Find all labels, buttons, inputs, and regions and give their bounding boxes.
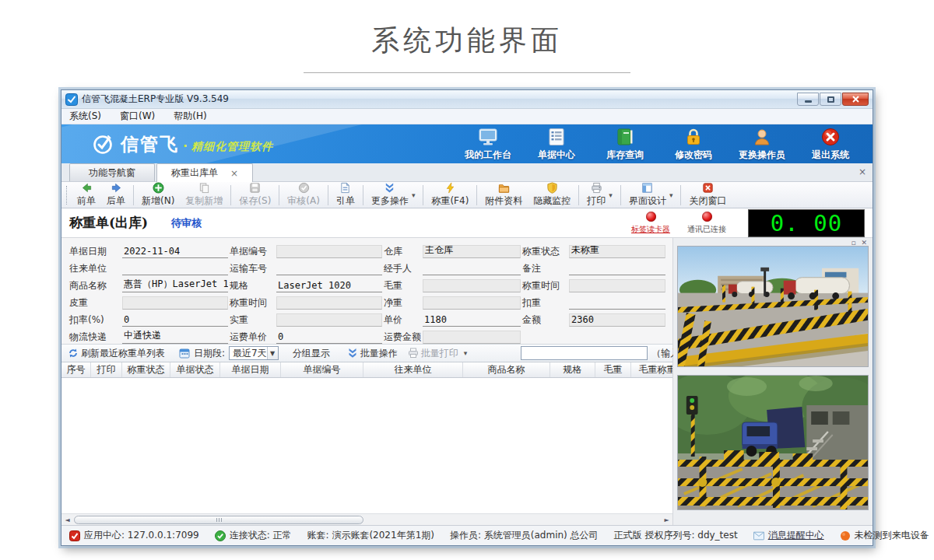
toolbar-button-close-window[interactable]: 关闭窗口 xyxy=(683,181,732,208)
tab-weigh-outbound[interactable]: 称重出库单 × xyxy=(156,163,253,182)
tab-nav-window[interactable]: 功能导航窗 xyxy=(69,163,155,181)
window-titlebar: 信管飞混凝土ERP专业版 V9.3.549 xyxy=(61,90,873,109)
toolbar-button-prev[interactable]: 前单 xyxy=(72,181,101,208)
column-header[interactable]: 毛重称重时间 xyxy=(631,362,672,377)
field-label: 经手人 xyxy=(384,262,421,275)
field-label: 运输车号 xyxy=(230,262,275,275)
quick-action-document-center[interactable]: 单据中心 xyxy=(525,127,588,162)
toolbar-separator xyxy=(680,185,681,205)
toolbar-button-ui-design[interactable]: 界面设计 ▾ xyxy=(623,181,679,208)
toolbar-button-next[interactable]: 后单 xyxy=(101,181,131,208)
batch-print-button[interactable]: 批量打印 ▾ xyxy=(405,346,471,361)
field-label: 商品名称 xyxy=(69,279,121,292)
column-header[interactable]: 毛重 xyxy=(595,362,631,377)
group-display-button[interactable]: 分组显示 xyxy=(290,346,333,361)
field-label: 实重 xyxy=(230,313,275,327)
minimize-button[interactable] xyxy=(797,93,819,106)
field-logistics[interactable]: 中通快递 xyxy=(122,331,228,344)
field-handler[interactable] xyxy=(423,262,521,275)
field-discount-rate[interactable]: 0 xyxy=(122,313,228,327)
content-area: 单据日期 2022-11-04 单据编号 仓库 主仓库 称重状态 未称重 往来单… xyxy=(61,238,873,525)
field-label: 往来单位 xyxy=(69,262,121,275)
toolbar-button-copy-new[interactable]: 复制新增 xyxy=(180,181,228,208)
brand-dot: · xyxy=(183,138,188,153)
toolbar-button-attachments[interactable]: 附件资料 xyxy=(479,181,528,208)
chevron-down-icon[interactable]: ▼ xyxy=(267,347,278,359)
date-range-select[interactable]: 最近7天 ▼ xyxy=(229,346,279,360)
toolbar-button-hide-monitor[interactable]: 隐藏监控 xyxy=(528,181,576,208)
toolbar-button-more-actions[interactable]: 更多操作 ▾ xyxy=(366,181,421,208)
maximize-button[interactable] xyxy=(820,93,841,106)
scroll-right-icon[interactable]: ► xyxy=(661,515,672,525)
dropdown-arrow-icon[interactable]: ▾ xyxy=(669,191,673,199)
quick-action-change-password[interactable]: 修改密码 xyxy=(662,127,725,162)
column-header[interactable]: 打印 xyxy=(91,362,122,377)
batch-operate-button[interactable]: 批量操作 xyxy=(344,346,401,361)
quick-action-exit[interactable]: 退出系统 xyxy=(799,127,862,162)
toolbar-button-reference[interactable]: 引单 xyxy=(331,181,360,208)
field-deduct-weight[interactable] xyxy=(569,296,665,310)
field-label: 单据编号 xyxy=(230,245,275,258)
column-header[interactable]: 单据编号 xyxy=(281,362,363,377)
status-message-center[interactable]: 消息提醒中心 xyxy=(746,529,832,542)
toolbar-button-new[interactable]: 新增(N) xyxy=(136,181,180,208)
toolbar-separator xyxy=(230,185,231,205)
layout-icon xyxy=(641,182,653,194)
toolbar-separator xyxy=(279,185,279,205)
status-bar: 应用中心: 127.0.0.1:7099 连接状态: 正常 账套: 演示账套(2… xyxy=(61,525,873,545)
dropdown-arrow-icon[interactable]: ▾ xyxy=(609,191,613,199)
field-bill-date[interactable]: 2022-11-04 xyxy=(122,245,228,258)
toolbar-button-save[interactable]: 保存(S) xyxy=(234,181,276,208)
brand: 信管飞 · 精细化管理软件 xyxy=(91,132,273,156)
column-header[interactable]: 序号 xyxy=(61,362,91,377)
field-customer[interactable] xyxy=(122,262,228,275)
title-divider xyxy=(304,72,630,73)
card-reader-link[interactable]: 标签读卡器 xyxy=(631,224,670,235)
scrollbar-thumb[interactable] xyxy=(74,516,363,524)
column-header[interactable]: 称重状态 xyxy=(122,362,170,377)
close-button[interactable] xyxy=(842,93,869,106)
panel-close-icon[interactable]: ▫ ✕ xyxy=(851,239,869,247)
menu-help[interactable]: 帮助(H) xyxy=(174,110,206,123)
field-truck-no[interactable] xyxy=(276,262,382,275)
dropdown-arrow-icon[interactable]: ▾ xyxy=(412,191,416,199)
column-header[interactable]: 单据状态 xyxy=(170,362,220,377)
quick-action-switch-operator[interactable]: 更换操作员 xyxy=(731,127,793,162)
toolbar-button-print[interactable]: 打印 ▾ xyxy=(581,181,618,208)
refresh-list-button[interactable]: 刷新最近称重单列表 xyxy=(65,346,168,361)
scroll-left-icon[interactable]: ◄ xyxy=(61,515,73,525)
folder-icon xyxy=(498,182,510,194)
field-freight-price[interactable]: 0 xyxy=(276,331,382,344)
status-app-center: 应用中心: 127.0.0.1:7099 xyxy=(61,529,207,542)
toolbar-separator xyxy=(363,185,363,205)
tab-close-icon[interactable]: × xyxy=(230,168,238,179)
lock-icon xyxy=(683,127,704,147)
field-spec[interactable]: LaserJet 1020 xyxy=(276,279,382,292)
toolbar-button-weigh[interactable]: 称重(F4) xyxy=(426,181,474,208)
column-header[interactable]: 单据日期 xyxy=(220,362,281,377)
quick-action-workbench[interactable]: 我的工作台 xyxy=(457,127,519,162)
menu-system[interactable]: 系统(S) xyxy=(69,110,101,123)
tabstrip-close-icon[interactable]: × xyxy=(859,166,866,177)
horizontal-scrollbar[interactable]: ◄ ► xyxy=(61,513,672,525)
field-product-name[interactable]: 惠普（HP）LaserJet 1020 xyxy=(122,279,228,292)
document-header: 称重单(出库) 待审核 标签读卡器 通讯已连接 0. 00 xyxy=(61,208,873,238)
field-weigh-time-right xyxy=(569,279,665,292)
column-header[interactable]: 商品名称 xyxy=(463,362,550,377)
quick-action-inventory[interactable]: 库存查询 xyxy=(594,127,656,162)
close-red-icon xyxy=(702,182,714,194)
menu-window[interactable]: 窗口(W) xyxy=(120,110,155,123)
field-label: 运费金额 xyxy=(384,331,421,344)
column-header[interactable]: 往来单位 xyxy=(363,362,463,377)
field-unit-price[interactable]: 1180 xyxy=(423,313,521,327)
menu-bar: 系统(S) 窗口(W) 帮助(H) xyxy=(61,109,873,124)
field-remark[interactable] xyxy=(569,262,665,275)
recent-bills-table-body[interactable] xyxy=(61,378,672,513)
field-freight-amount xyxy=(423,331,521,344)
search-input[interactable] xyxy=(521,346,648,360)
column-header[interactable]: 规格 xyxy=(550,362,595,377)
printer-icon xyxy=(408,348,419,359)
toolbar-button-audit[interactable]: 审核(A) xyxy=(282,181,325,208)
app-center-icon xyxy=(69,530,80,541)
envelope-icon xyxy=(753,530,764,541)
